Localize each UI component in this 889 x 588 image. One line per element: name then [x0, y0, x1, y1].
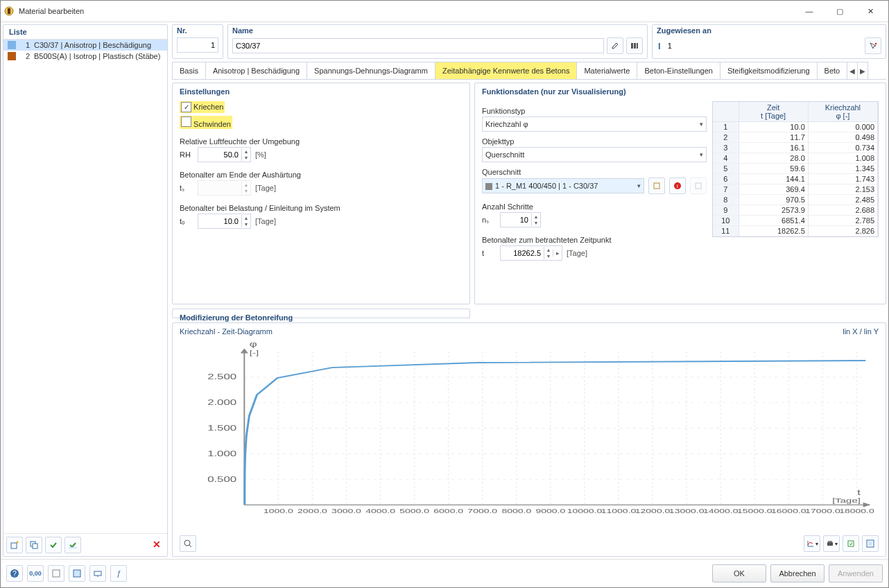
cs-info-button[interactable]: i — [669, 178, 686, 194]
ok-button[interactable]: OK — [712, 564, 766, 582]
tab[interactable]: Beton-Einstellungen — [637, 62, 720, 79]
material-list-panel: Liste 1C30/37 | Anisotrop | Beschädigung… — [3, 24, 168, 557]
tab[interactable]: Zeitabhängige Kennwerte des Betons — [435, 62, 577, 79]
creep-label: Kriechen — [193, 103, 223, 111]
shrink-label: Schwinden — [193, 120, 231, 128]
svg-text:i: i — [677, 183, 678, 189]
steps-input[interactable]: ▲▼ — [500, 212, 541, 227]
modification-panel: Modifizierung der Betonreifung Modifizie… — [172, 309, 470, 318]
check-alt-button[interactable] — [64, 537, 81, 553]
grid-button[interactable] — [48, 565, 64, 582]
table-row[interactable]: 110.00.000 — [713, 122, 878, 132]
table-row[interactable]: 211.70.498 — [713, 132, 878, 143]
tab-nav[interactable]: ◀ — [847, 62, 858, 79]
copy-item-button[interactable] — [26, 537, 42, 553]
units-button[interactable]: 0,00 — [27, 565, 44, 582]
sidebar-item[interactable]: 1C30/37 | Anisotrop | Beschädigung — [3, 40, 167, 51]
close-button[interactable]: ✕ — [855, 1, 886, 21]
table-row[interactable]: 428.01.008 — [713, 153, 878, 164]
tab[interactable]: Materialwerte — [577, 62, 637, 79]
delete-item-button[interactable]: ✕ — [149, 537, 164, 552]
shrink-checkbox[interactable] — [181, 116, 191, 127]
svg-rect-77 — [868, 542, 872, 546]
tab-nav[interactable]: ▶ — [858, 62, 868, 79]
otype-label: Objekttyp — [482, 137, 707, 146]
cs-label: Querschnitt — [482, 168, 707, 176]
function-data-panel: Funktionsdaten (nur zur Visualisierung) … — [474, 83, 886, 304]
nr-field-group: Nr. — [172, 24, 223, 59]
t0-input[interactable]: ▲▼ — [198, 214, 251, 229]
settings-header: Einstellungen — [180, 87, 463, 96]
script-button[interactable]: ƒ — [110, 565, 127, 582]
cancel-button[interactable]: Abbrechen — [770, 564, 825, 582]
svg-rect-7 — [69, 547, 77, 548]
cs-library-button[interactable] — [648, 178, 665, 194]
nr-input[interactable] — [177, 37, 218, 53]
svg-text:?: ? — [12, 570, 17, 578]
settings-panel: Einstellungen ✓ Kriechen Schwinden Relat… — [172, 83, 470, 304]
library-button[interactable] — [626, 37, 643, 54]
pick-assigned-button[interactable] — [865, 37, 881, 54]
help-button[interactable]: ? — [6, 565, 23, 582]
table-row[interactable]: 106851.42.785 — [713, 216, 878, 226]
svg-text:3000.0: 3000.0 — [331, 508, 361, 514]
expand-button[interactable] — [862, 535, 879, 552]
new-item-button[interactable] — [6, 537, 23, 553]
tab[interactable]: Steifigkeitsmodifizierung — [720, 62, 818, 79]
tab[interactable]: Anisotrop | Beschädigung — [206, 62, 307, 79]
axis-toggle-button[interactable]: ▾ — [804, 535, 820, 552]
display-button[interactable] — [89, 565, 106, 582]
table-row[interactable]: 559.61.345 — [713, 164, 878, 174]
sidebar-item[interactable]: 2B500S(A) | Isotrop | Plastisch (Stäbe) — [3, 51, 167, 62]
modif-header: Modifizierung der Betonreifung — [180, 313, 463, 322]
svg-text:2.500: 2.500 — [207, 373, 236, 381]
svg-point-71 — [184, 540, 190, 546]
svg-rect-80 — [53, 570, 60, 577]
ftype-select[interactable]: Kriechzahl φ▾ — [482, 116, 707, 132]
svg-rect-2 — [11, 543, 17, 548]
table-row[interactable]: 1118262.52.826 — [713, 226, 878, 236]
rh-unit: [%] — [255, 150, 266, 159]
svg-text:18000.0: 18000.0 — [839, 508, 874, 514]
svg-text:4000.0: 4000.0 — [365, 508, 395, 514]
check-green-button[interactable] — [45, 537, 62, 553]
ts-symbol: tₛ — [180, 184, 193, 193]
edit-name-button[interactable] — [607, 37, 623, 54]
cs-select[interactable]: 1 - R_M1 400/450 | 1 - C30/37▾ — [482, 178, 644, 193]
table-row[interactable]: 316.10.734 — [713, 143, 878, 153]
tab[interactable]: Spannungs-Dehnungs-Diagramm — [307, 62, 435, 79]
assigned-input[interactable] — [665, 38, 861, 53]
svg-rect-74 — [828, 541, 832, 542]
maximize-button[interactable]: ▢ — [825, 1, 855, 21]
creep-checkbox[interactable]: ✓ — [181, 102, 191, 112]
svg-rect-8 — [631, 43, 633, 49]
table-row[interactable]: 7369.42.153 — [713, 184, 878, 195]
tab[interactable]: Beto — [818, 62, 848, 79]
print-button[interactable]: ▾ — [823, 535, 840, 552]
svg-text:13000.0: 13000.0 — [669, 508, 705, 514]
assigned-label: Zugewiesen an — [657, 26, 881, 35]
table-row[interactable]: 92573.92.688 — [713, 205, 878, 216]
minimize-button[interactable]: — — [794, 1, 825, 21]
table-row[interactable]: 6144.11.743 — [713, 174, 878, 184]
svg-text:1.500: 1.500 — [207, 424, 236, 432]
apply-button: Anwenden — [829, 564, 883, 582]
svg-rect-75 — [848, 541, 854, 546]
table-row[interactable]: 8970.52.485 — [713, 195, 878, 205]
t-label: Betonalter zum betrachteten Zeitpunkt — [482, 236, 707, 244]
svg-text:14000.0: 14000.0 — [703, 508, 739, 514]
tab[interactable]: Basis — [173, 62, 206, 79]
svg-text:16000.0: 16000.0 — [771, 508, 806, 514]
chart-title: Kriechzahl - Zeit-Diagramm — [180, 327, 273, 336]
export-button[interactable] — [843, 535, 859, 552]
material-list[interactable]: 1C30/37 | Anisotrop | Beschädigung2B500S… — [3, 40, 167, 533]
zoom-button[interactable] — [180, 535, 196, 552]
ts-input: ▲▼ — [198, 180, 251, 196]
name-input[interactable] — [232, 38, 604, 53]
rh-input[interactable]: ▲▼ — [198, 147, 251, 162]
otype-select[interactable]: Querschnitt▾ — [482, 147, 707, 162]
t-input[interactable]: ▲▼▸ — [500, 245, 562, 261]
name-label: Name — [232, 26, 643, 35]
layers-button[interactable] — [69, 565, 85, 582]
chart-axis-mode[interactable]: lin X / lin Y — [843, 327, 879, 336]
